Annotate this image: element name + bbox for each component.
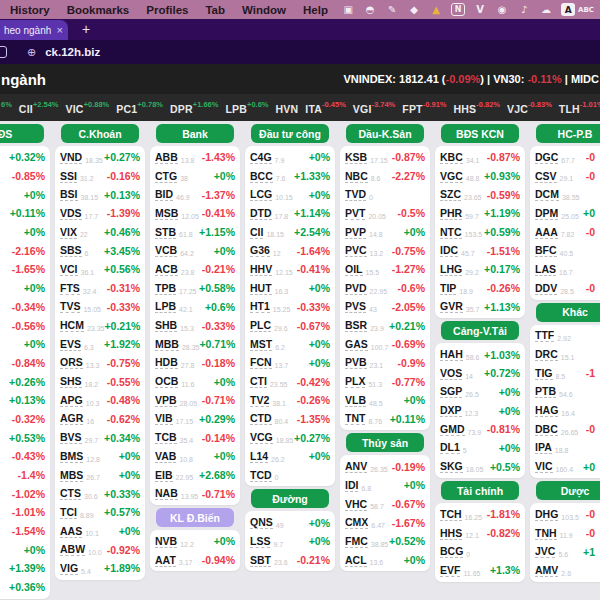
stock-row[interactable]: DBC26.65-0: [535, 420, 600, 439]
stock-row[interactable]: +0%: [0, 223, 45, 242]
stock-row[interactable]: VCG18.85+0.27%: [250, 428, 330, 447]
stock-row[interactable]: -1.4%: [0, 466, 45, 485]
stock-row[interactable]: ORS13.3-0.75%: [60, 354, 140, 373]
tape-item[interactable]: ITA-0.45%: [305, 99, 346, 117]
record-icon[interactable]: ◉: [495, 3, 509, 16]
stock-row[interactable]: STB61.8+1.15%: [155, 223, 235, 242]
stock-row[interactable]: VAB10.8+0%: [155, 447, 235, 466]
v-app-icon[interactable]: V: [473, 3, 487, 16]
stock-row[interactable]: TPB17.25+0.58%: [155, 279, 235, 298]
stock-row[interactable]: HT115.25-0.33%: [250, 298, 330, 317]
stock-row[interactable]: L1426.2+0%: [250, 447, 330, 466]
stock-row[interactable]: +0.36%: [0, 578, 45, 597]
stock-row[interactable]: TCB35.4-0.14%: [155, 428, 235, 447]
stock-row[interactable]: -2.16%: [0, 241, 45, 260]
stock-row[interactable]: TTF2.92: [535, 327, 600, 346]
stock-row[interactable]: -0.43%: [0, 447, 45, 466]
stock-row[interactable]: PVD22.95-0.6%: [345, 279, 425, 298]
stock-row[interactable]: DXP12.3+0%: [440, 401, 520, 420]
stock-row[interactable]: BCG0: [440, 542, 520, 561]
menu-item-help[interactable]: Help: [303, 4, 328, 16]
stock-row[interactable]: ACL13.6+0%: [345, 551, 425, 570]
stock-row[interactable]: LHG29.2+0.17%: [440, 260, 520, 279]
stock-row[interactable]: TNT8.76+0.11%: [345, 410, 425, 429]
pen-icon[interactable]: ✎: [385, 3, 399, 16]
stock-row[interactable]: AAS10.1+0%: [60, 522, 140, 541]
stock-row[interactable]: VCI36.1+0.56%: [60, 260, 140, 279]
stock-row[interactable]: VIG5.4+1.89%: [60, 559, 140, 578]
stock-row[interactable]: GMD73.9-0.81%: [440, 420, 520, 439]
browser-url-bar[interactable]: ⊕ ck.12h.biz: [0, 40, 600, 64]
tape-item[interactable]: TLH-1.01%: [559, 99, 600, 117]
stock-row[interactable]: +0%: [0, 279, 45, 298]
stock-row[interactable]: AAA7.82-0: [535, 223, 600, 242]
stock-row[interactable]: C4G7.9+0%: [250, 148, 330, 167]
stock-row[interactable]: -0.85%: [0, 167, 45, 186]
new-tab-button[interactable]: +: [82, 21, 90, 40]
stock-row[interactable]: +0.13%: [0, 391, 45, 410]
stock-row[interactable]: TIG8.5-1: [535, 364, 600, 383]
stock-row[interactable]: -0.34%: [0, 298, 45, 317]
stock-row[interactable]: VHC58.7-0.67%: [345, 495, 425, 514]
stock-row[interactable]: BMS12.8+0%: [60, 447, 140, 466]
stock-row[interactable]: CSV29.1-0: [535, 167, 600, 186]
stock-row[interactable]: BSI38.15+0.13%: [60, 185, 140, 204]
stock-row[interactable]: FCN13.7+0%: [250, 354, 330, 373]
cloud-icon[interactable]: ☁: [539, 3, 553, 16]
stock-row[interactable]: DPM25.05+0: [535, 204, 600, 223]
sector-header-pill[interactable]: Đầu tư công: [251, 124, 329, 143]
stock-row[interactable]: NVB12.2+0%: [155, 532, 235, 551]
stock-row[interactable]: DDV28.5-0: [535, 279, 600, 298]
stock-row[interactable]: PLC29.6-0.67%: [250, 316, 330, 335]
sector-header-pill[interactable]: C.Khoán: [61, 124, 139, 143]
stock-row[interactable]: -0.32%: [0, 410, 45, 429]
stock-row[interactable]: -0.56%: [0, 316, 45, 335]
stock-row[interactable]: HHV12.15-0.41%: [250, 260, 330, 279]
stock-row[interactable]: LSS9.7+0%: [250, 532, 330, 551]
stock-row[interactable]: APG10.3-0.48%: [60, 391, 140, 410]
stock-row[interactable]: IDC45.7-1.51%: [440, 241, 520, 260]
stock-row[interactable]: -1.02%: [0, 484, 45, 503]
stock-row[interactable]: TCD0: [250, 466, 330, 485]
input-source-badge[interactable]: AABC: [561, 3, 594, 16]
stock-row[interactable]: AGR16-0.62%: [60, 410, 140, 429]
stock-row[interactable]: MBS26.7+0%: [60, 466, 140, 485]
stock-row[interactable]: TCI8.89+0.57%: [60, 503, 140, 522]
stock-row[interactable]: -1.54%: [0, 522, 45, 541]
stock-row[interactable]: ABB13.8-1.43%: [155, 148, 235, 167]
stock-row[interactable]: DHG103.5-0: [535, 505, 600, 524]
tape-item[interactable]: FPT-0.91%: [402, 99, 446, 117]
stock-row[interactable]: PVB23.1-0.9%: [345, 354, 425, 373]
sector-header-pill[interactable]: ĐS: [0, 124, 44, 143]
stock-row[interactable]: CTS30.6+0.33%: [60, 484, 140, 503]
stock-row[interactable]: LPB42.1+0.6%: [155, 298, 235, 317]
shield-icon[interactable]: ◓: [363, 3, 377, 16]
stock-row[interactable]: MBB28.35+0.71%: [155, 335, 235, 354]
tape-item[interactable]: LPB+0.6%: [225, 99, 268, 117]
stock-row[interactable]: HCM23.35+0.21%: [60, 316, 140, 335]
stock-row[interactable]: VOS14+0.72%: [440, 364, 520, 383]
tape-item[interactable]: VJC-0.83%: [507, 99, 552, 117]
stock-row[interactable]: KBC34.1-0.87%: [440, 148, 520, 167]
stock-row[interactable]: HDB27.8-0.18%: [155, 354, 235, 373]
section-header-pill[interactable]: Đường: [251, 489, 329, 508]
menu-item-history[interactable]: History: [10, 4, 50, 16]
menu-item-bookmarks[interactable]: Bookmarks: [67, 4, 130, 16]
stock-row[interactable]: EIB22.95+2.68%: [155, 466, 235, 485]
stock-row[interactable]: SBT23.6-0.21%: [250, 551, 330, 570]
stock-row[interactable]: IDI6.8+0%: [345, 476, 425, 495]
tape-item[interactable]: HHS-0.82%: [453, 99, 500, 117]
tape-item[interactable]: DPR+1.66%: [170, 99, 218, 117]
tape-item[interactable]: HVN: [276, 99, 299, 117]
stock-row[interactable]: EVF11.65+1.3%: [440, 561, 520, 580]
section-header-pill[interactable]: Dược: [536, 481, 600, 500]
stock-row[interactable]: BVS29.7+0.34%: [60, 428, 140, 447]
stock-row[interactable]: HUT16.3+0%: [250, 279, 330, 298]
stock-row[interactable]: TIP18.9-0.26%: [440, 279, 520, 298]
stock-row[interactable]: VIX22+0.46%: [60, 223, 140, 242]
stock-row[interactable]: +0.11%: [0, 204, 45, 223]
tape-item[interactable]: 6%: [1, 99, 12, 117]
stock-row[interactable]: CII18.15+2.54%: [250, 223, 330, 242]
stock-row[interactable]: AAT3.17-0.94%: [155, 551, 235, 570]
stock-row[interactable]: JVC5.6+1: [535, 542, 600, 561]
